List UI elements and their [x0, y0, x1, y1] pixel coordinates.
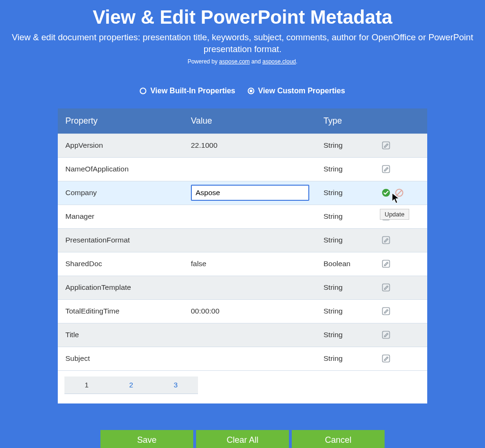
- table-row: TotalEditingTime 00:00:00 String: [58, 299, 427, 323]
- edit-icon[interactable]: [380, 305, 392, 317]
- table-row: PresentationFormat String: [58, 228, 427, 252]
- powered-by: Powered by aspose.com and aspose.cloud.: [3, 58, 482, 65]
- cell-type: String: [323, 188, 380, 197]
- cell-property: ApplicationTemplate: [65, 283, 191, 292]
- value-input[interactable]: [191, 185, 309, 201]
- cell-type: Boolean: [323, 260, 380, 268]
- table-row: SharedDoc false Boolean: [58, 252, 427, 276]
- radio-icon: [248, 88, 254, 94]
- cancel-icon[interactable]: [394, 187, 405, 198]
- col-property: Property: [65, 116, 191, 126]
- cell-type: String: [323, 212, 380, 221]
- pager: 1 2 3: [58, 370, 427, 403]
- edit-icon[interactable]: [380, 353, 392, 364]
- cell-property: SharedDoc: [65, 260, 191, 268]
- page-title: View & Edit PowerPoint Metadata: [3, 7, 482, 28]
- cell-type: String: [323, 283, 380, 292]
- table-row: Manager String: [58, 205, 427, 228]
- cell-type: String: [323, 307, 380, 315]
- table-header: Property Value Type: [58, 108, 427, 134]
- table-row: Title String: [58, 323, 427, 347]
- cell-value: 22.1000: [191, 141, 323, 150]
- table-row: AppVersion 22.1000 String: [58, 134, 427, 157]
- edit-icon[interactable]: [380, 163, 392, 175]
- cell-property: Company: [65, 188, 191, 197]
- radio-builtin[interactable]: View Built-In Properties: [140, 87, 235, 95]
- cell-property: Manager: [65, 212, 191, 221]
- cell-property: AppVersion: [65, 141, 191, 150]
- col-type: Type: [323, 116, 380, 126]
- cell-property: PresentationFormat: [65, 236, 191, 244]
- cell-type: String: [323, 354, 380, 363]
- page-subtitle: View & edit document properties: present…: [6, 32, 479, 55]
- edit-icon[interactable]: [380, 282, 392, 293]
- cell-property: NameOfApplication: [65, 165, 191, 173]
- link-aspose-cloud[interactable]: aspose.cloud: [262, 58, 296, 65]
- cell-type: String: [323, 141, 380, 150]
- footer-buttons: Save Clear All Cancel: [3, 430, 482, 448]
- link-aspose-com[interactable]: aspose.com: [219, 58, 250, 65]
- table-row: Subject String: [58, 347, 427, 370]
- edit-icon[interactable]: [380, 329, 392, 340]
- page-3[interactable]: 3: [153, 376, 198, 394]
- edit-icon[interactable]: [380, 258, 392, 269]
- save-button[interactable]: Save: [100, 430, 193, 448]
- radio-custom[interactable]: View Custom Properties: [248, 87, 345, 95]
- table-row: NameOfApplication String: [58, 157, 427, 181]
- cell-property: Title: [65, 331, 191, 339]
- radio-icon: [140, 88, 146, 94]
- cell-value: 00:00:00: [191, 307, 323, 315]
- cell-type: String: [323, 236, 380, 244]
- page-2[interactable]: 2: [109, 376, 153, 394]
- properties-table: Property Value Type AppVersion 22.1000 S…: [58, 108, 427, 403]
- svg-line-4: [397, 190, 402, 195]
- cell-property: TotalEditingTime: [65, 307, 191, 315]
- table-row: ApplicationTemplate String: [58, 276, 427, 299]
- cell-value: false: [191, 260, 323, 268]
- clear-all-button[interactable]: Clear All: [196, 430, 289, 448]
- col-value: Value: [191, 116, 323, 126]
- page-1[interactable]: 1: [64, 376, 109, 394]
- edit-icon[interactable]: [380, 140, 392, 151]
- table-row-editing: Company String Update: [58, 181, 427, 205]
- cancel-button[interactable]: Cancel: [292, 430, 385, 448]
- edit-icon[interactable]: [380, 234, 392, 246]
- view-mode-radios: View Built-In Properties View Custom Pro…: [3, 87, 482, 95]
- cell-type: String: [323, 165, 380, 173]
- tooltip-update: Update: [380, 209, 409, 220]
- confirm-icon[interactable]: [380, 187, 392, 198]
- cell-type: String: [323, 331, 380, 339]
- cell-property: Subject: [65, 354, 191, 363]
